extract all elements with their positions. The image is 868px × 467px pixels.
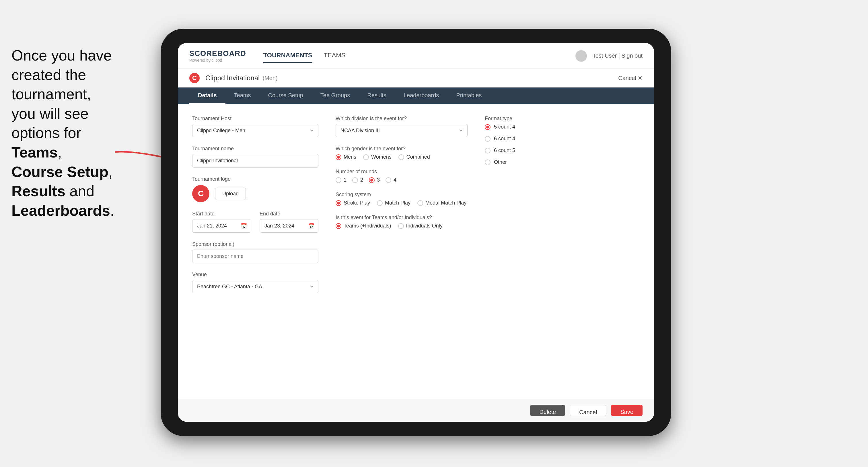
annotation-bold-results: Results [11, 183, 65, 199]
team-indiv-teams[interactable]: Teams (+Individuals) [336, 223, 391, 229]
tab-tee-groups[interactable]: Tee Groups [312, 88, 359, 104]
form-col-middle: Which division is the event for? NCAA Di… [336, 116, 468, 387]
format-5count4-radio[interactable] [485, 124, 491, 130]
gender-womens[interactable]: Womens [363, 154, 392, 160]
tab-results[interactable]: Results [359, 88, 395, 104]
venue-select[interactable]: Peachtree GC - Atlanta - GA [192, 280, 318, 293]
tournament-host-field: Tournament Host Clippd College - Men [192, 116, 318, 137]
round-2[interactable]: 2 [352, 177, 363, 183]
gender-combined-radio[interactable] [398, 154, 404, 160]
rounds-label: Number of rounds [336, 169, 468, 175]
rounds-radio-group: 1 2 3 4 [336, 177, 468, 183]
scoring-stroke-radio[interactable] [336, 200, 341, 206]
sponsor-input[interactable] [192, 250, 318, 263]
tab-bar: Details Teams Course Setup Tee Groups Re… [178, 88, 654, 104]
team-indiv-radio-group: Teams (+Individuals) Individuals Only [336, 223, 468, 229]
annotation-line3: tournament, [11, 86, 91, 102]
scoring-field: Scoring system Stroke Play Match Play [336, 192, 468, 206]
format-other[interactable]: Other [485, 159, 582, 165]
rounds-field: Number of rounds 1 2 3 [336, 169, 468, 183]
gender-field: Which gender is the event for? Mens Wome… [336, 146, 468, 160]
end-calendar-icon: 📅 [308, 223, 314, 229]
user-info[interactable]: Test User | Sign out [593, 53, 643, 59]
form-col-left: Tournament Host Clippd College - Men Tou… [192, 116, 318, 387]
tournament-logo-field: Tournament logo C Upload [192, 176, 318, 202]
end-date-wrapper: 📅 [259, 219, 318, 232]
tournament-name-input[interactable] [192, 154, 318, 167]
round-1-radio[interactable] [336, 177, 341, 183]
gender-womens-radio[interactable] [363, 154, 369, 160]
annotation-text: Once you have created the tournament, yo… [0, 34, 166, 232]
format-6count5[interactable]: 6 count 5 [485, 148, 582, 153]
gender-radio-group: Mens Womens Combined [336, 154, 468, 160]
round-3-radio[interactable] [369, 177, 375, 183]
gender-mens-radio[interactable] [336, 154, 341, 160]
start-date-label: Start date [192, 211, 251, 217]
round-1[interactable]: 1 [336, 177, 346, 183]
annotation-bold-leaderboards: Leaderboards [11, 202, 110, 219]
division-select[interactable]: NCAA Division III [336, 124, 468, 137]
delete-button[interactable]: Delete [530, 405, 565, 416]
venue-field: Venue Peachtree GC - Atlanta - GA [192, 272, 318, 293]
scoring-match-radio[interactable] [377, 200, 383, 206]
tournament-host-select[interactable]: Clippd College - Men [192, 124, 318, 137]
upload-button[interactable]: Upload [215, 188, 246, 200]
format-type-field: Format type 5 count 4 6 count 4 6 count … [485, 116, 582, 165]
annotation-bold-coursesetup: Course Setup [11, 163, 108, 180]
end-date-field: End date 📅 [259, 211, 318, 232]
round-3[interactable]: 3 [369, 177, 380, 183]
nav-tournaments[interactable]: TOURNAMENTS [263, 49, 312, 63]
gender-combined[interactable]: Combined [398, 154, 430, 160]
scoring-medal-match-play[interactable]: Medal Match Play [417, 200, 466, 206]
cancel-header-button[interactable]: Cancel ✕ [618, 74, 643, 82]
individuals-only-radio[interactable] [398, 223, 404, 229]
annotation-line5: options for [11, 124, 81, 141]
format-other-radio[interactable] [485, 159, 491, 165]
tournament-title: Clippd Invitational [206, 74, 259, 82]
logo-subtitle: Powered by clippd [189, 58, 246, 63]
app-header: SCOREBOARD Powered by clippd TOURNAMENTS… [178, 43, 654, 69]
tab-leaderboards[interactable]: Leaderboards [395, 88, 447, 104]
back-button[interactable]: C [189, 73, 199, 83]
format-6count4-radio[interactable] [485, 136, 491, 142]
gender-mens[interactable]: Mens [336, 154, 356, 160]
tournament-header: C Clippd Invitational (Men) Cancel ✕ [178, 69, 654, 88]
date-row: Start date 📅 End date 📅 [192, 211, 318, 232]
cancel-button[interactable]: Cancel [570, 405, 607, 416]
logo-area: SCOREBOARD Powered by clippd [189, 49, 246, 63]
user-avatar [576, 50, 587, 62]
tournament-name-field: Tournament name [192, 146, 318, 167]
tab-printables[interactable]: Printables [447, 88, 490, 104]
annotation-line1: Once you have [11, 47, 112, 64]
format-6count5-radio[interactable] [485, 148, 491, 153]
logo-circle: C [192, 185, 209, 202]
save-button[interactable]: Save [611, 405, 643, 416]
division-field: Which division is the event for? NCAA Di… [336, 116, 468, 137]
format-5count4[interactable]: 5 count 4 [485, 124, 582, 130]
round-4[interactable]: 4 [385, 177, 396, 183]
team-indiv-only[interactable]: Individuals Only [398, 223, 443, 229]
end-date-label: End date [259, 211, 318, 217]
sponsor-field: Sponsor (optional) [192, 241, 318, 263]
main-content: Tournament Host Clippd College - Men Tou… [178, 104, 654, 399]
scoring-medal-radio[interactable] [417, 200, 423, 206]
scoring-match-play[interactable]: Match Play [377, 200, 410, 206]
tablet-screen: SCOREBOARD Powered by clippd TOURNAMENTS… [178, 43, 654, 422]
round-2-radio[interactable] [352, 177, 358, 183]
tab-teams[interactable]: Teams [225, 88, 259, 104]
tournament-subtitle: (Men) [262, 75, 277, 82]
team-indiv-field: Is this event for Teams and/or Individua… [336, 215, 468, 229]
tournament-name-label: Tournament name [192, 146, 318, 152]
nav-teams[interactable]: TEAMS [324, 49, 346, 63]
gender-label: Which gender is the event for? [336, 146, 468, 152]
tab-course-setup[interactable]: Course Setup [259, 88, 312, 104]
teams-radio[interactable] [336, 223, 341, 229]
tablet-frame: SCOREBOARD Powered by clippd TOURNAMENTS… [161, 29, 671, 436]
round-4-radio[interactable] [385, 177, 391, 183]
start-date-field: Start date 📅 [192, 211, 251, 232]
tab-details[interactable]: Details [189, 88, 225, 104]
start-calendar-icon: 📅 [241, 223, 247, 229]
team-indiv-label: Is this event for Teams and/or Individua… [336, 215, 468, 221]
scoring-stroke-play[interactable]: Stroke Play [336, 200, 370, 206]
format-6count4[interactable]: 6 count 4 [485, 136, 582, 142]
